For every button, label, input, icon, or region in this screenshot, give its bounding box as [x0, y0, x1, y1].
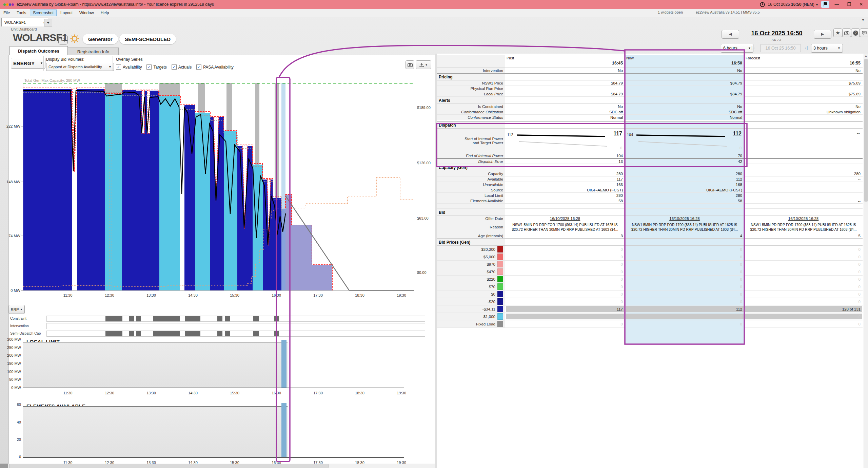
checkbox-actuals[interactable]: ✓Actuals: [172, 64, 192, 70]
window-titlebar: ez2view Australia by Global-Roam - https…: [0, 0, 868, 9]
time-forward-button[interactable]: ▶: [814, 30, 831, 39]
help-button[interactable]: ?: [851, 29, 860, 37]
bid-value: 0: [621, 300, 623, 304]
bid-cell-fc: 0: [744, 268, 863, 275]
chevron-down-icon: ▼: [40, 61, 43, 65]
restore-button[interactable]: ❐: [844, 1, 854, 8]
blank-row: [437, 204, 863, 209]
menu-item-tools[interactable]: Tools: [14, 10, 29, 16]
checkbox-availability[interactable]: ✓Availability: [116, 64, 142, 70]
scrollbar-thumb[interactable]: [9, 464, 329, 468]
left-panel-hscrollbar[interactable]: [8, 464, 435, 468]
bid-value: 0: [740, 247, 742, 251]
main-chart-x-tick: 17:30: [313, 293, 323, 297]
checkbox-pasa-availability[interactable]: ✓PASA Availability: [196, 64, 234, 70]
bid-cell-now: 0: [625, 268, 744, 275]
bid-price-label: -$34.11: [437, 305, 505, 313]
cell-fc: 16/10/2025 16:28: [744, 216, 863, 221]
tab-wolarsf1[interactable]: WOLARSF1 ×: [1, 18, 48, 26]
scrollbar-thumb[interactable]: [864, 59, 868, 202]
tab-registration-info[interactable]: Registration Info: [68, 48, 119, 56]
badge-semi-scheduled: SEMI-SCHEDULED: [119, 34, 176, 44]
camera-icon: [408, 63, 413, 67]
column-time: 16:55: [744, 60, 863, 66]
bid-cell-past: 0: [505, 283, 625, 290]
local-limit-y-tick: 150 MW: [3, 361, 21, 366]
bid-value: 0: [859, 322, 861, 326]
row-unavailable: Unavailable163168--: [437, 182, 863, 187]
row-conformance-status: Conformance StatusNormalNormal--: [437, 115, 863, 120]
local-limit-x-axis: [23, 388, 404, 388]
menu-item-layout[interactable]: Layout: [57, 10, 76, 16]
bid-value: 0: [740, 322, 742, 326]
menu-item-screenshot[interactable]: Screenshot: [30, 10, 57, 16]
section-cell: [625, 209, 744, 216]
time-back-button[interactable]: ◀: [722, 30, 739, 39]
cell-past: 13: [505, 159, 625, 164]
row-label: Age (intervals): [437, 233, 505, 238]
close-button[interactable]: ✕: [856, 1, 866, 8]
duid-search-button[interactable]: [58, 35, 68, 44]
max-capacity-annotation: Total Gen Max Capacity: 280 MW: [24, 78, 80, 82]
bid-value: 0: [740, 315, 742, 319]
row-offer-date: Offer Date16/10/2025 16:2816/10/2025 16:…: [437, 216, 863, 221]
blank-cell: [437, 204, 505, 208]
local-limit-now-bar: [281, 340, 287, 388]
chart-export-button[interactable]: ▼: [416, 60, 431, 69]
menu-item-file[interactable]: File: [0, 10, 13, 16]
snapshot-button[interactable]: [842, 29, 851, 37]
trend-label: Start of Interval Powerand Target Power: [465, 137, 503, 145]
notes-button[interactable]: [860, 29, 868, 37]
main-dispatch-chart[interactable]: [10, 73, 431, 299]
bid-volume-bar: [626, 306, 744, 312]
minimize-button[interactable]: —: [832, 1, 842, 8]
nem-clock[interactable]: 16 Oct 2025 16:50 (NEM) ▼: [768, 2, 818, 7]
range-after-select[interactable]: 3 hours▼: [811, 44, 843, 53]
energy-select[interactable]: ENERGY▼: [11, 58, 45, 69]
cell-value[interactable]: 16/10/2025 16:28: [669, 217, 700, 221]
display-bid-volumes-select[interactable]: Capped at Dispatch Availability▼: [46, 63, 114, 71]
cell-value: $84.79: [730, 81, 742, 85]
asat-date[interactable]: 16 Oct 2025 16:50: [741, 30, 812, 37]
range-before-select[interactable]: 6 hours▼: [721, 44, 753, 53]
menu-item-help[interactable]: Help: [98, 10, 112, 16]
favourite-button[interactable]: ★: [833, 29, 842, 37]
cell-value: Normal: [730, 115, 742, 119]
band-active-block: [185, 316, 200, 321]
bid-cell-fc: 0: [744, 253, 863, 260]
row-local-price: Local Price$84.79$84.79$75.89: [437, 91, 863, 97]
bid-value: 0: [621, 247, 623, 251]
cell-value[interactable]: 16/10/2025 16:28: [550, 217, 580, 221]
blank-cell: [625, 204, 744, 208]
notification-flag-button[interactable]: [821, 1, 829, 8]
cell-fc: No: [744, 68, 863, 73]
cell-now: 70: [625, 153, 744, 158]
rrp-collapse-button[interactable]: RRP ▲: [8, 305, 25, 314]
right-panel-scrollbar[interactable]: ▲: [864, 54, 868, 468]
trend-forecast-value: --: [857, 131, 860, 136]
cell-value[interactable]: 16/10/2025 16:28: [788, 217, 819, 221]
bid-cell-fc: 0: [744, 283, 863, 290]
chart-snapshot-button[interactable]: [406, 60, 414, 69]
bid-band-color-swatch: [497, 261, 503, 267]
checkbox-targets[interactable]: ✓Targets: [146, 64, 166, 70]
menu-item-window[interactable]: Window: [76, 10, 97, 16]
range-anchor-input[interactable]: 16 Oct 25 16:50: [760, 44, 801, 52]
section-bid-prices-gen-: Bid Prices (Gen): [437, 239, 863, 246]
local-limit-x-tick: 14:30: [188, 391, 198, 395]
row-label: Physical Run Price: [437, 86, 505, 91]
band-track-semi-dispatch-cap: [46, 331, 425, 337]
bid-price-label: -$1,000: [437, 313, 505, 320]
bid-value: 0: [621, 255, 623, 259]
bid-value: 128 of 131: [842, 307, 861, 311]
tab-dispatch-outcomes[interactable]: Dispatch Outcomes: [9, 46, 68, 56]
bid-cell-now: 0: [625, 261, 744, 268]
trend-target-value: 112: [733, 131, 742, 137]
main-chart-x-tick: 11:30: [63, 293, 73, 297]
bid-price-label: -$20: [437, 298, 505, 305]
main-chart-y-tick: 0 MW: [2, 288, 20, 293]
band-active-block: [185, 331, 200, 336]
section-cell: [505, 122, 625, 128]
cell-value: 168: [736, 183, 742, 187]
new-tab-button[interactable]: +: [44, 19, 52, 26]
